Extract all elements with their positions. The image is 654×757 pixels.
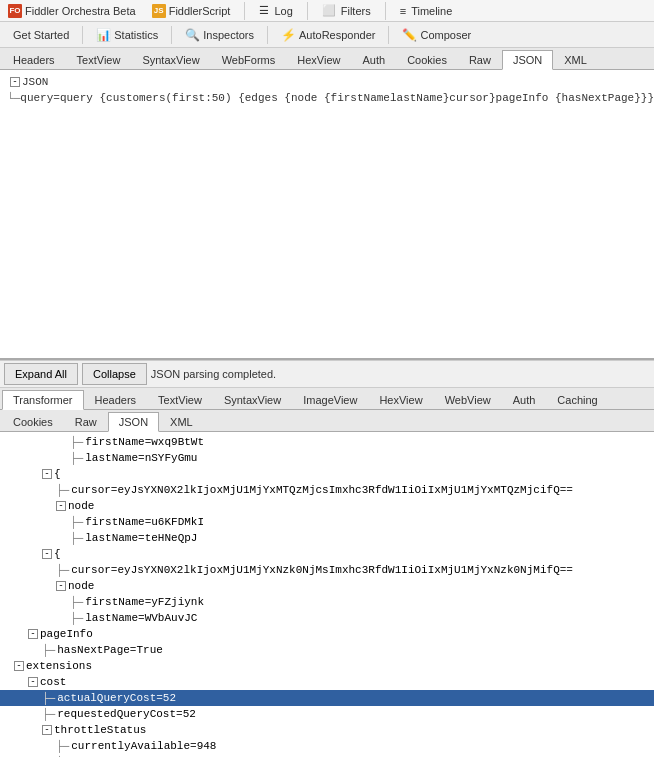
- tree-row: ├─firstName=u6KFDMkI: [0, 514, 654, 530]
- autoresponder-btn[interactable]: ⚡ AutoResponder: [272, 24, 384, 46]
- tab-hexview-b[interactable]: HexView: [368, 389, 433, 409]
- tree-row: ├─requestedQueryCost=52: [0, 706, 654, 722]
- collapse-btn[interactable]: Collapse: [82, 363, 147, 385]
- tree-row-query: └─ query=query {customers(first:50) {edg…: [0, 90, 654, 106]
- tree-row: ├─lastName=WVbAuvJC: [0, 610, 654, 626]
- expand-icon[interactable]: -: [56, 581, 66, 591]
- tab-raw[interactable]: Raw: [458, 49, 502, 69]
- timeline-title: ≡ Timeline: [396, 3, 457, 19]
- tab-hexview[interactable]: HexView: [286, 49, 351, 69]
- expand-icon[interactable]: -: [42, 549, 52, 559]
- expand-icon[interactable]: -: [42, 469, 52, 479]
- tab-raw-b[interactable]: Raw: [64, 411, 108, 431]
- tree-expand-label: throttleStatus: [54, 724, 146, 736]
- fiddlerscript-title: JS FiddlerScript: [148, 2, 235, 20]
- bottom-tab-bar2: Cookies Raw JSON XML: [0, 410, 654, 432]
- tree-row: -cost: [0, 674, 654, 690]
- tree-row: ├─cursor=eyJsYXN0X2lkIjoxMjU1MjYxNzk0NjM…: [0, 562, 654, 578]
- tab-transformer[interactable]: Transformer: [2, 390, 84, 410]
- tree-row: -node: [0, 578, 654, 594]
- inspectors-btn[interactable]: 🔍 Inspectors: [176, 24, 263, 46]
- tree-row: -{: [0, 546, 654, 562]
- divider4: [82, 26, 83, 44]
- tab-caching[interactable]: Caching: [546, 389, 608, 409]
- tab-syntaxview-b[interactable]: SyntaxView: [213, 389, 292, 409]
- composer-btn[interactable]: ✏️ Composer: [393, 24, 480, 46]
- top-panel: - JSON └─ query=query {customers(first:5…: [0, 70, 654, 360]
- tab-xml-b[interactable]: XML: [159, 411, 204, 431]
- tab-headers[interactable]: Headers: [2, 49, 66, 69]
- composer-icon: ✏️: [402, 28, 417, 42]
- expand-icon[interactable]: -: [28, 629, 38, 639]
- expand-icon[interactable]: -: [14, 661, 24, 671]
- json-label: JSON: [22, 76, 48, 88]
- top-json-tree[interactable]: - JSON └─ query=query {customers(first:5…: [0, 70, 654, 358]
- tree-expand-label: {: [54, 548, 61, 560]
- inspectors-icon: 🔍: [185, 28, 200, 42]
- tab-webview[interactable]: WebView: [434, 389, 502, 409]
- tree-row: ├─hasNextPage=True: [0, 642, 654, 658]
- tab-cookies-b[interactable]: Cookies: [2, 411, 64, 431]
- divider7: [388, 26, 389, 44]
- tree-leaf-value: firstName=yFZjiynk: [85, 596, 204, 608]
- tab-auth-b[interactable]: Auth: [502, 389, 547, 409]
- tree-leaf-value: actualQueryCost=52: [57, 692, 176, 704]
- tree-row: ├─firstName=yFZjiynk: [0, 594, 654, 610]
- tree-leaf-value: firstName=wxq9BtWt: [85, 436, 204, 448]
- bottom-panel[interactable]: ├─firstName=wxq9BtWt├─lastName=nSYFyGmu-…: [0, 432, 654, 757]
- query-value: query=query {customers(first:50) {edges …: [20, 92, 654, 104]
- tab-json-b[interactable]: JSON: [108, 412, 159, 432]
- divider3: [385, 2, 386, 20]
- tab-xml[interactable]: XML: [553, 49, 598, 69]
- tree-row: ├─cursor=eyJsYXN0X2lkIjoxMjU1MjYxMTQzMjc…: [0, 482, 654, 498]
- tree-leaf-value: lastName=nSYFyGmu: [85, 452, 197, 464]
- tab-imageview[interactable]: ImageView: [292, 389, 368, 409]
- parse-status: JSON parsing completed.: [151, 368, 276, 380]
- tab-cookies[interactable]: Cookies: [396, 49, 458, 69]
- tree-leaf-value: requestedQueryCost=52: [57, 708, 196, 720]
- tree-leaf-value: currentlyAvailable=948: [71, 740, 216, 752]
- divider5: [171, 26, 172, 44]
- expand-icon[interactable]: -: [56, 501, 66, 511]
- tree-row: ├─currentlyAvailable=948: [0, 738, 654, 754]
- tab-headers-b[interactable]: Headers: [84, 389, 148, 409]
- tab-json[interactable]: JSON: [502, 50, 553, 70]
- filters-title: ⬜ Filters: [318, 2, 375, 19]
- tab-textview-b[interactable]: TextView: [147, 389, 213, 409]
- tree-leaf-value: lastName=WVbAuvJC: [85, 612, 197, 624]
- timeline-icon: ≡: [400, 5, 406, 17]
- divider1: [244, 2, 245, 20]
- tree-leaf-value: firstName=u6KFDMkI: [85, 516, 204, 528]
- tree-row: -{: [0, 466, 654, 482]
- tree-expand-label: node: [68, 500, 94, 512]
- tree-row: ├─lastName=nSYFyGmu: [0, 450, 654, 466]
- tree-row: -node: [0, 498, 654, 514]
- log-title: ☰ Log: [255, 2, 296, 19]
- tree-leaf-value: lastName=teHNeQpJ: [85, 532, 197, 544]
- autoresponder-icon: ⚡: [281, 28, 296, 42]
- tree-leaf-value: cursor=eyJsYXN0X2lkIjoxMjU1MjYxNzk0NjMsI…: [71, 564, 573, 576]
- tree-expand-label: pageInfo: [40, 628, 93, 640]
- tree-row: -throttleStatus: [0, 722, 654, 738]
- filters-icon: ⬜: [322, 4, 336, 17]
- collapse-btn-json[interactable]: -: [10, 77, 20, 87]
- expand-icon[interactable]: -: [42, 725, 52, 735]
- tab-syntaxview[interactable]: SyntaxView: [131, 49, 210, 69]
- statistics-btn[interactable]: 📊 Statistics: [87, 24, 167, 46]
- tab-textview[interactable]: TextView: [66, 49, 132, 69]
- main-toolbar: Get Started 📊 Statistics 🔍 Inspectors ⚡ …: [0, 22, 654, 48]
- title-bar: FO Fiddler Orchestra Beta JS FiddlerScri…: [0, 0, 654, 22]
- get-started-btn[interactable]: Get Started: [4, 24, 78, 46]
- tab-auth[interactable]: Auth: [352, 49, 397, 69]
- tree-expand-label: node: [68, 580, 94, 592]
- tree-row-json: - JSON: [0, 74, 654, 90]
- expand-icon[interactable]: -: [28, 677, 38, 687]
- tab-webforms[interactable]: WebForms: [211, 49, 287, 69]
- bottom-tab-bar1: Transformer Headers TextView SyntaxView …: [0, 388, 654, 410]
- expand-all-btn[interactable]: Expand All: [4, 363, 78, 385]
- tree-leaf-value: cursor=eyJsYXN0X2lkIjoxMjU1MjYxMTQzMjcsI…: [71, 484, 573, 496]
- tree-row: -extensions: [0, 658, 654, 674]
- fo-icon: FO: [8, 4, 22, 18]
- action-bar: Expand All Collapse JSON parsing complet…: [0, 360, 654, 388]
- tree-row: ├─firstName=wxq9BtWt: [0, 434, 654, 450]
